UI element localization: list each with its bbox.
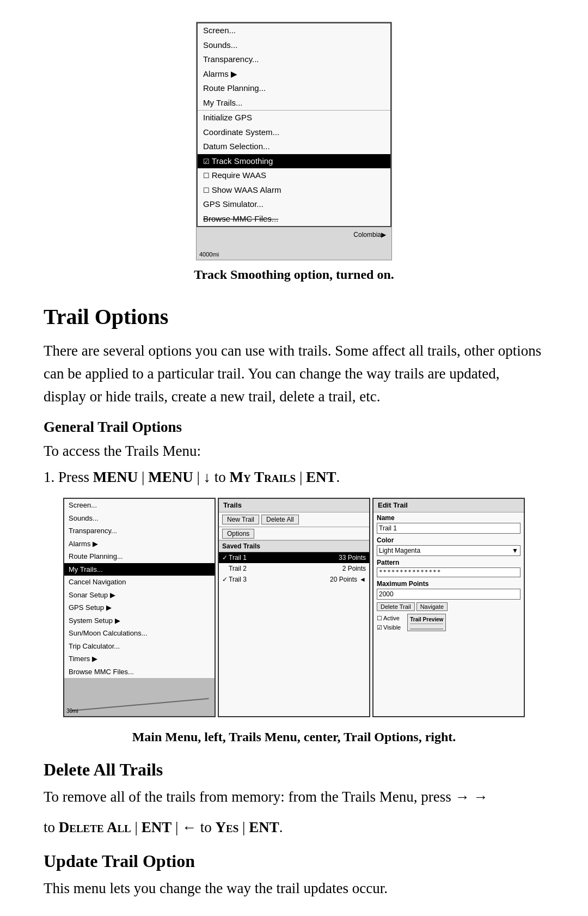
active-checkbox-icon: ☐ xyxy=(377,614,382,623)
delete-all-title: Delete All Trails xyxy=(44,756,544,783)
trails-buttons: New Trail Delete All xyxy=(219,512,369,527)
trail-preview-line xyxy=(410,625,443,630)
lp-sounds[interactable]: Sounds... xyxy=(64,512,215,525)
trail3-arrow: ◄ xyxy=(359,575,366,584)
lp-trip-calc[interactable]: Trip Calculator... xyxy=(64,640,215,653)
right-panel: Edit Trail Name Trail 1 Color Light Mage… xyxy=(372,498,525,717)
max-points-label: Maximum Points xyxy=(373,578,524,589)
pattern-value[interactable]: *************** xyxy=(377,567,520,578)
delete-all-sep2: | ← to xyxy=(171,819,215,835)
update-text: This menu lets you change the way the tr… xyxy=(44,877,544,900)
menu-track-smoothing[interactable]: Track Smoothing xyxy=(198,154,390,169)
delete-all-sep3: | xyxy=(238,819,249,835)
color-value[interactable]: Light Magenta ▼ xyxy=(377,545,520,556)
delete-trail-button[interactable]: Delete Trail xyxy=(377,602,415,611)
menu-show-waas-alarm[interactable]: Show WAAS Alarm xyxy=(198,183,390,198)
step1-sep1: | xyxy=(142,469,148,485)
trail-preview-box: Trail Preview xyxy=(407,614,446,631)
delete-all-ent2: ENT xyxy=(249,819,279,835)
lp-sonar-setup[interactable]: Sonar Setup xyxy=(64,589,215,602)
saved-trails-header: Saved Trails xyxy=(219,540,369,552)
menu-alarms[interactable]: Alarms xyxy=(198,67,390,82)
lp-map-scale: 30mi xyxy=(66,707,78,715)
edit-trail-header: Edit Trail xyxy=(373,499,524,512)
color-label: Color xyxy=(373,535,524,545)
edit-buttons-row: Delete Trail Navigate xyxy=(373,601,524,613)
options-button[interactable]: Options xyxy=(222,529,254,539)
trail-row-3[interactable]: ✓ Trail 3 20 Points ◄ xyxy=(219,574,369,585)
step1-mytrails: My Trails xyxy=(230,469,296,485)
trail2-name: Trail 2 xyxy=(229,564,342,573)
top-scale-label: 4000mi xyxy=(199,250,219,259)
lp-transparency[interactable]: Transparency... xyxy=(64,524,215,538)
name-value[interactable]: Trail 1 xyxy=(377,523,520,534)
lp-screen[interactable]: Screen... xyxy=(64,499,215,512)
new-trail-button[interactable]: New Trail xyxy=(222,515,259,524)
three-panel-screenshots: Screen... Sounds... Transparency... Alar… xyxy=(44,498,544,717)
menu-browse-mmc[interactable]: Browse MMC Files... xyxy=(198,212,390,227)
lp-route-planning[interactable]: Route Planning... xyxy=(64,550,215,563)
color-text: Light Magenta xyxy=(379,546,420,555)
step1-sep2: | ↓ to xyxy=(197,469,229,485)
delete-all-text1: To remove all of the trails from memory:… xyxy=(44,789,469,805)
menu-screen[interactable]: Screen... xyxy=(198,23,390,38)
step1-ent: ENT xyxy=(306,469,336,485)
center-panel: Trails New Trail Delete All Options Save… xyxy=(218,498,370,717)
menu-sounds[interactable]: Sounds... xyxy=(198,38,390,53)
trail3-points: 20 Points xyxy=(330,575,357,584)
top-map-preview: Colombia▶ 4000mi xyxy=(197,227,391,260)
lp-cancel-nav[interactable]: Cancel Navigation xyxy=(64,576,215,589)
menu-coordinate-system[interactable]: Coordinate System... xyxy=(198,125,390,140)
visible-checkbox-icon: ☑ xyxy=(377,623,382,632)
lp-gps-setup[interactable]: GPS Setup xyxy=(64,601,215,614)
step1-menu: MENU xyxy=(93,469,138,485)
menu-transparency[interactable]: Transparency... xyxy=(198,52,390,67)
name-label: Name xyxy=(373,512,524,523)
general-trail-options-heading: General Trail Options xyxy=(44,416,544,438)
menu-datum-selection[interactable]: Datum Selection... xyxy=(198,139,390,154)
active-checkbox-label: Active xyxy=(383,614,400,623)
active-checkbox-row[interactable]: ☐ Active xyxy=(377,614,401,623)
to-access-text: To access the Trails Menu: xyxy=(44,440,544,463)
lp-browse-mmc[interactable]: Browse MMC Files... xyxy=(64,665,215,679)
trail3-name: Trail 3 xyxy=(229,575,330,584)
pattern-label: Pattern xyxy=(373,557,524,567)
visible-checkbox-row[interactable]: ☑ Visible xyxy=(377,623,401,632)
trail-row-2[interactable]: Trail 2 2 Points xyxy=(219,563,369,574)
step1-period: . xyxy=(336,469,340,485)
delete-all-button[interactable]: Delete All xyxy=(261,515,299,524)
trail2-check xyxy=(222,564,229,573)
lp-system-setup[interactable]: System Setup xyxy=(64,614,215,627)
trail3-check: ✓ xyxy=(222,575,229,584)
delete-all-text: To remove all of the trails from memory:… xyxy=(44,786,544,809)
step1-menu2: MENU xyxy=(148,469,193,485)
delete-all-sep1: | xyxy=(131,819,142,835)
lp-alarms[interactable]: Alarms xyxy=(64,538,215,551)
trail1-points: 33 Points xyxy=(339,553,366,563)
colombia-label: Colombia▶ xyxy=(353,230,386,240)
menu-initialize-gps[interactable]: Initialize GPS xyxy=(198,110,390,125)
three-panel-caption: Main Menu, left, Trails Menu, center, Tr… xyxy=(44,727,544,747)
trail-row-1[interactable]: ✓ Trail 1 33 Points xyxy=(219,552,369,563)
trail1-check: ✓ xyxy=(222,553,229,563)
top-screenshot-container: Screen... Sounds... Transparency... Alar… xyxy=(44,22,544,284)
color-dropdown-icon: ▼ xyxy=(512,546,518,555)
delete-all-end: . xyxy=(279,819,283,835)
delete-all-yes: Yes xyxy=(216,819,239,835)
menu-require-waas[interactable]: Require WAAS xyxy=(198,168,390,183)
delete-all-to: to xyxy=(44,819,59,835)
trails-options: Options xyxy=(219,527,369,541)
menu-gps-simulator[interactable]: GPS Simulator... xyxy=(198,197,390,212)
visible-checkbox-label: Visible xyxy=(383,623,401,632)
update-title: Update Trail Option xyxy=(44,848,544,874)
delete-all-text2-line: to Delete All | ENT | ← to Yes | ENT. xyxy=(44,816,544,839)
max-points-value[interactable]: 2000 xyxy=(377,589,520,600)
menu-my-trails[interactable]: My Trails... xyxy=(198,96,390,111)
lp-sunmoon[interactable]: Sun/Moon Calculations... xyxy=(64,627,215,640)
lp-my-trails[interactable]: My Trails... xyxy=(64,563,215,576)
step1: 1. Press MENU | MENU | ↓ to My Trails | … xyxy=(44,466,544,488)
lp-map-road xyxy=(70,698,209,711)
navigate-button[interactable]: Navigate xyxy=(416,602,448,611)
lp-timers[interactable]: Timers xyxy=(64,652,215,665)
menu-route-planning[interactable]: Route Planning... xyxy=(198,81,390,96)
